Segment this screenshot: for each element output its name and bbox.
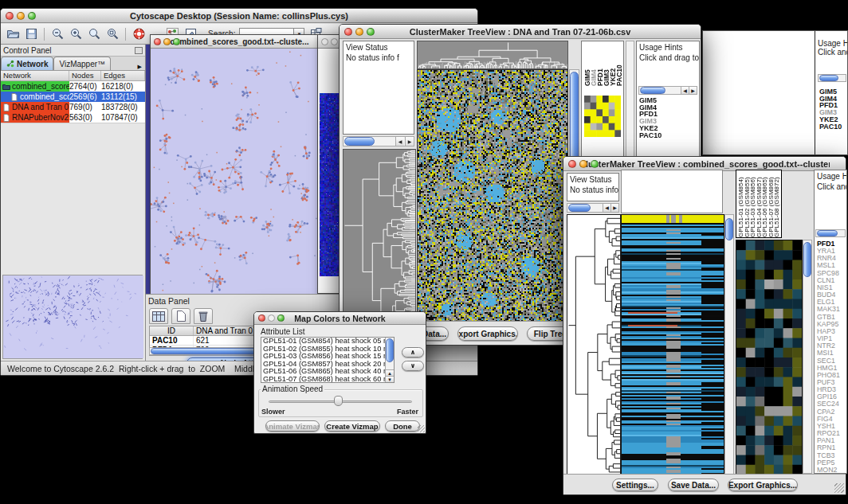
zoom-button[interactable] <box>277 315 285 322</box>
column-label[interactable]: GIM5 <box>584 57 591 86</box>
heatmap[interactable] <box>621 214 724 475</box>
close-button[interactable] <box>344 28 352 36</box>
column-label[interactable]: YKE2 <box>610 57 616 86</box>
column-label[interactable]: GPL51-08 (GSM872) <box>774 172 780 237</box>
table-mode-icon[interactable] <box>149 308 168 324</box>
move-down-button[interactable]: ∨ <box>402 361 424 371</box>
zoom-in-icon[interactable] <box>69 27 83 41</box>
zoom-button[interactable] <box>28 12 36 20</box>
gene-label[interactable]: PAC10 <box>819 123 842 131</box>
zoomed-heatmap[interactable] <box>736 240 803 475</box>
minimize-button[interactable] <box>331 38 338 45</box>
mini-heatmap[interactable] <box>584 96 621 137</box>
scroll-thumb[interactable] <box>817 230 838 236</box>
create-vizmap-button[interactable]: Create Vizmap <box>324 420 380 432</box>
title-bar[interactable]: combined_scores_good.txt--cluste... <box>151 35 317 49</box>
column-label[interactable]: GIM3 <box>603 57 610 86</box>
horizontal-scrollbar[interactable]: ◀ ▶ <box>343 136 414 147</box>
resize-grip[interactable] <box>834 483 844 493</box>
zoom-button[interactable] <box>591 160 599 168</box>
slider-thumb[interactable] <box>334 396 343 406</box>
scroll-left-icon[interactable]: ◀ <box>603 204 610 212</box>
row-dendrogram[interactable] <box>343 149 416 324</box>
minimize-button[interactable] <box>355 28 363 36</box>
minimize-button[interactable] <box>268 315 275 322</box>
scroll-thumb[interactable] <box>725 218 733 240</box>
resize-grip[interactable] <box>418 425 425 432</box>
column-label[interactable]: GPL51-04 (GSM857) <box>756 172 763 237</box>
column-label[interactable]: GPL51-07 (GSM868) <box>768 172 775 237</box>
close-button[interactable] <box>321 38 328 45</box>
more-tabs-icon[interactable]: ▶ <box>135 64 145 70</box>
close-button[interactable] <box>568 160 576 168</box>
title-bar[interactable]: ClusterMaker TreeView : DNA and Tran 07-… <box>340 25 701 39</box>
minimize-button[interactable] <box>163 38 171 45</box>
minimize-button[interactable] <box>579 160 587 168</box>
column-label[interactable]: GIM4 <box>591 57 597 86</box>
column-dendrogram[interactable] <box>417 41 568 69</box>
scroll-up-icon[interactable]: ▲ <box>386 369 394 376</box>
close-button[interactable] <box>154 38 161 45</box>
zoom-fit-icon[interactable] <box>105 27 120 41</box>
column-label[interactable]: GPL51-01 (GSM854) <box>738 172 744 237</box>
zoom-button[interactable] <box>173 38 180 45</box>
animate-vizmap-button[interactable]: Animate Vizmap <box>265 420 320 432</box>
close-button[interactable] <box>258 315 265 322</box>
open-file-icon[interactable] <box>6 27 20 41</box>
scroll-thumb[interactable] <box>386 338 394 362</box>
export-graphics-button[interactable]: Export Graphics... <box>728 479 798 491</box>
list-scrollbar[interactable]: ▲ ▼ <box>385 338 394 382</box>
network-canvas[interactable] <box>151 49 317 294</box>
move-up-button[interactable]: ∧ <box>402 347 424 357</box>
tab-network[interactable]: Network <box>1 57 53 70</box>
float-panel-icon[interactable] <box>135 47 143 54</box>
network-table-row[interactable]: DNA and Tran 07 769(0) 183728(0) <box>1 102 145 112</box>
scroll-right-icon[interactable]: ▶ <box>610 204 618 212</box>
vertical-scrollbar[interactable] <box>803 240 812 474</box>
scroll-thumb[interactable] <box>819 75 838 81</box>
column-label[interactable]: GPL51-03 (GSM856) <box>750 172 756 237</box>
title-bar[interactable]: Cytoscape Desktop (Session Name: collins… <box>1 9 477 23</box>
help-lifering-icon[interactable] <box>132 27 146 41</box>
heatmap[interactable] <box>417 69 568 324</box>
birdseye-view[interactable] <box>2 275 143 359</box>
done-button[interactable]: Done <box>385 420 420 432</box>
mini-scrollbar[interactable] <box>818 74 846 82</box>
gene-label[interactable]: MON2 <box>817 467 840 474</box>
attribute-item[interactable]: GPL51-07 (GSM868) heat shock 60 min <box>261 376 394 383</box>
network-table-row[interactable]: combined_sco 2569(6) 13112(15) <box>1 92 145 102</box>
column-label[interactable]: PFD1 <box>597 57 603 86</box>
horizontal-scrollbar[interactable] <box>815 229 846 237</box>
scroll-left-icon[interactable]: ◀ <box>681 87 689 94</box>
column-label[interactable]: GPL51-06 (GSM865) <box>762 172 768 237</box>
vertical-scrollbar[interactable] <box>724 214 734 475</box>
network-table-row[interactable]: RNAPuberNov2+ 563(0) 107847(0) <box>1 112 145 123</box>
new-doc-icon[interactable] <box>171 308 190 324</box>
trash-icon[interactable] <box>194 308 213 324</box>
zoom-selected-icon[interactable] <box>87 27 101 41</box>
column-label[interactable]: PAC10 <box>616 57 622 86</box>
scroll-thumb[interactable] <box>344 137 375 146</box>
network-table-row[interactable]: combined_scores 2764(0) 16218(0) <box>1 81 145 92</box>
zoom-button[interactable] <box>367 28 375 36</box>
horizontal-scrollbar[interactable]: ◀ ▶ <box>567 203 619 213</box>
export-graphics-button[interactable]: Export Graphics... <box>457 326 518 341</box>
scroll-down-icon[interactable]: ▼ <box>386 376 394 382</box>
scroll-thumb[interactable] <box>803 242 811 277</box>
horizontal-scrollbar[interactable]: ◀ ▶ <box>638 86 697 95</box>
settings-button[interactable]: Settings... <box>612 479 658 491</box>
save-icon[interactable] <box>24 27 38 41</box>
title-bar[interactable]: Map Colors to Network <box>254 312 426 325</box>
column-id[interactable]: ID <box>150 326 194 335</box>
scroll-right-icon[interactable]: ▶ <box>689 87 697 94</box>
column-label[interactable]: GPL51-02 (GSM855) <box>744 172 751 237</box>
zoom-out-icon[interactable] <box>50 27 65 41</box>
scroll-left-icon[interactable]: ◀ <box>395 137 404 146</box>
scroll-thumb[interactable] <box>568 204 591 212</box>
row-dendrogram[interactable] <box>567 214 621 475</box>
scroll-right-icon[interactable]: ▶ <box>405 137 414 146</box>
close-button[interactable] <box>6 12 14 20</box>
save-data-button[interactable]: Save Data... <box>668 479 719 491</box>
scroll-thumb[interactable] <box>640 87 665 94</box>
minimize-button[interactable] <box>17 12 25 20</box>
